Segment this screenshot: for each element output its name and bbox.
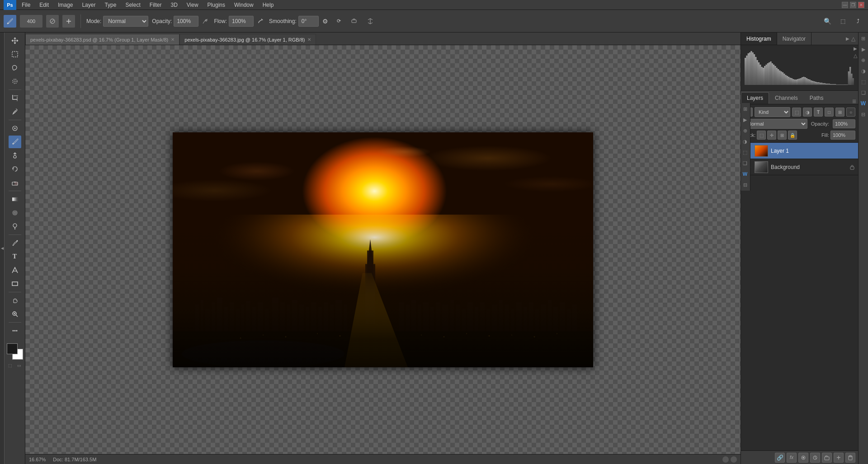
eraser-tool[interactable] [9,176,21,189]
panel-icon-1[interactable]: ⊞ [741,105,749,113]
fill-input[interactable] [830,131,855,140]
menu-window[interactable]: Window [231,1,257,9]
brush-tool-sidebar[interactable] [9,136,21,148]
layer-adj-btn[interactable] [810,453,820,463]
tab-layers[interactable]: Layers [741,92,769,104]
smoothing-input[interactable] [298,16,319,27]
opacity-airbrush[interactable] [200,15,210,28]
workspace-button[interactable]: ⬚ [836,15,849,28]
tab-psd-close[interactable]: ✕ [171,37,175,42]
tab-channels[interactable]: Channels [769,92,804,104]
filter-shape-btn[interactable]: □ [825,108,834,117]
panel-icon-6[interactable]: ❑ [741,159,749,167]
hand-tool[interactable] [9,294,21,307]
brush-size-input[interactable]: 400 [20,15,42,28]
edge-icon-3[interactable]: ⊕ [859,56,868,64]
lock-artboard-btn[interactable]: ⊞ [778,131,787,140]
panel-icon-5[interactable]: ⬚ [741,148,749,156]
pressure-icon[interactable] [348,15,360,28]
tab-psd[interactable]: pexels-pixabay-366283.psd @ 16.7% (Group… [25,34,179,45]
share-button[interactable]: ⤴ [852,15,864,28]
edge-icon-6[interactable]: ❑ [859,89,868,97]
tab-paths[interactable]: Paths [804,92,830,104]
flow-input[interactable] [229,16,254,27]
foreground-color[interactable] [7,343,18,354]
panel-icon-7[interactable]: W [741,170,749,178]
layer-mask-btn[interactable] [798,453,808,463]
clone-stamp-tool[interactable] [9,149,21,162]
histogram-menu[interactable]: ▶ [846,36,849,41]
layer-delete-btn[interactable] [845,453,855,463]
symmetry-icon[interactable] [364,15,377,28]
crop-tool[interactable] [9,92,21,104]
menu-edit[interactable]: Edit [36,1,52,9]
history-brush-tool[interactable] [9,163,21,175]
filter-pixel-btn[interactable]: ⬚ [792,108,801,117]
menu-select[interactable]: Select [122,1,144,9]
layer-fx-btn[interactable]: fx [787,453,797,463]
panel-icon-8[interactable]: ⊟ [741,181,749,189]
screen-mode-toggle[interactable]: ▭ [15,361,24,370]
close-button[interactable]: ✕ [858,2,864,8]
status-arrow-right[interactable] [731,456,737,463]
eyedropper-tool[interactable] [9,105,21,118]
shape-tool[interactable] [9,277,21,290]
status-arrow-left[interactable] [722,456,729,463]
path-select-tool[interactable] [9,264,21,277]
lock-pixels-btn[interactable]: ⬚ [757,131,766,140]
panel-icon-3[interactable]: ⊕ [741,127,749,135]
filter-toggle-btn[interactable]: ○ [846,108,855,117]
canvas-viewport[interactable] [25,45,741,454]
restore-button[interactable]: ❐ [850,2,856,8]
layer-opacity-input[interactable] [833,119,855,128]
tab-jpg-close[interactable]: ✕ [307,37,311,42]
zoom-tool[interactable] [9,308,21,320]
quick-mask-toggle[interactable]: ⬚ [6,361,14,370]
layer-new-btn[interactable]: + [834,453,844,463]
edge-icon-7[interactable]: ⊟ [859,110,868,118]
marquee-tool[interactable] [9,48,21,61]
edge-icon-4[interactable]: ◑ [859,67,868,75]
minimize-button[interactable]: — [842,2,848,8]
histogram-warning[interactable]: △ [854,53,857,59]
move-tool[interactable] [9,34,21,47]
tab-navigator[interactable]: Navigator [777,33,811,45]
search-button[interactable]: 🔍 [821,15,834,28]
flow-toggle[interactable] [255,15,265,28]
dodge-tool[interactable] [9,220,21,233]
filter-smart-btn[interactable]: ⊞ [835,108,844,117]
left-collapse-handle[interactable]: ◀ [0,33,5,464]
menu-image[interactable]: Image [54,1,76,9]
spot-heal-tool[interactable] [9,122,21,135]
foreground-background-color[interactable] [7,343,23,360]
brush-toggle[interactable] [62,15,75,28]
blur-tool[interactable] [9,206,21,219]
layer-item-background[interactable]: Background [741,159,858,175]
menu-3d[interactable]: 3D [167,1,181,9]
layer-item-layer1[interactable]: Layer 1 [741,143,858,159]
menu-filter[interactable]: Filter [146,1,165,9]
menu-type[interactable]: Type [101,1,120,9]
gradient-tool[interactable] [9,193,21,206]
tab-jpg[interactable]: pexels-pixabay-366283.jpg @ 16.7% (Layer… [179,34,316,45]
tab-histogram[interactable]: Histogram [741,33,777,45]
panel-icon-4[interactable]: ◑ [741,137,749,145]
histogram-expand[interactable]: △ [851,36,855,42]
menu-view[interactable]: View [183,1,202,9]
histogram-play[interactable]: ▶ [854,46,857,51]
smoothing-settings[interactable]: ⚙ [321,15,330,28]
mode-select[interactable]: Normal [103,16,148,27]
panel-icon-2[interactable]: ▶ [741,116,749,124]
lock-all-btn[interactable]: 🔒 [788,131,797,140]
blend-mode-select[interactable]: Normal [744,119,807,129]
edge-icon-2[interactable]: ▶ [859,45,868,53]
angle-icon[interactable]: ⟳ [334,15,344,28]
lasso-tool[interactable] [9,61,21,74]
more-tools[interactable] [9,324,21,337]
filter-adj-btn[interactable]: ◑ [803,108,812,117]
layer-group-btn[interactable] [822,453,832,463]
text-tool[interactable]: T [9,250,21,263]
menu-file[interactable]: File [18,1,34,9]
ps-logo[interactable]: Ps [4,0,16,11]
brush-preset[interactable] [46,15,59,28]
